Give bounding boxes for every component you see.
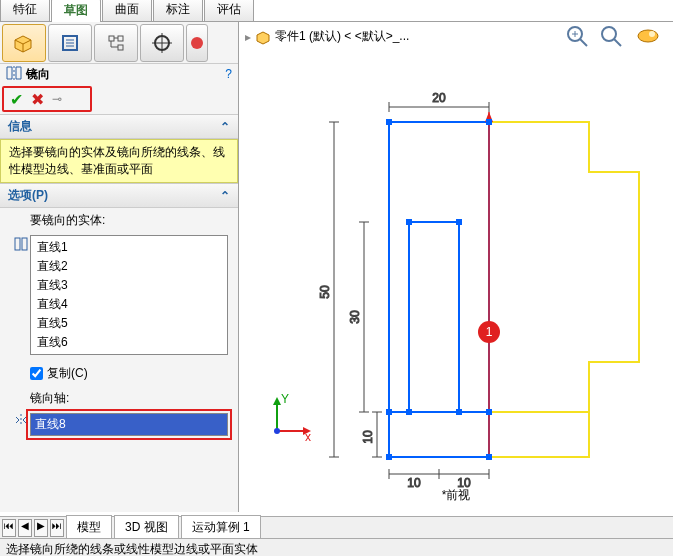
tab-model[interactable]: 模型 [66, 515, 112, 540]
svg-rect-28 [386, 409, 392, 415]
zoom-fit-icon[interactable] [565, 24, 589, 48]
zoom-area-icon[interactable] [599, 24, 623, 48]
list-item[interactable]: 直线3 [33, 276, 225, 295]
info-message: 选择要镜向的实体及镜向所绕的线条、线性模型边线、基准面或平面 [0, 139, 238, 183]
dim-h30: 30 [348, 310, 362, 324]
info-header[interactable]: 信息 ⌃ [0, 114, 238, 139]
feature-tree-btn[interactable] [2, 24, 46, 62]
tab-annotate[interactable]: 标注 [153, 0, 203, 21]
options-header[interactable]: 选项(P) ⌃ [0, 183, 238, 208]
axis-x: x [305, 430, 311, 443]
panel-title: 镜向 [22, 66, 225, 83]
svg-rect-27 [456, 219, 462, 225]
graphics-area[interactable]: ▸ 零件1 (默认) < <默认>_... 1 [239, 22, 673, 512]
copy-label: 复制(C) [47, 365, 88, 382]
triad: Y x [265, 393, 315, 446]
tab-next[interactable]: ▶ [34, 519, 48, 537]
axis-icon [14, 413, 28, 430]
status-bar: 选择镜向所绕的线条或线性模型边线或平面实体 [0, 538, 673, 556]
pin-button[interactable]: ⊸ [52, 92, 62, 106]
svg-rect-4 [109, 36, 114, 41]
entities-listbox[interactable]: 直线1直线2直线3直线4直线5直线6直线7 [30, 235, 228, 355]
list-item[interactable]: 直线7 [33, 352, 225, 355]
svg-marker-52 [273, 397, 281, 405]
config-btn[interactable] [48, 24, 92, 62]
svg-rect-31 [386, 454, 392, 460]
tab-evaluate[interactable]: 评估 [204, 0, 254, 21]
callout-number: 1 [486, 325, 493, 339]
tab-features[interactable]: 特征 [0, 0, 50, 21]
list-item[interactable]: 直线1 [33, 238, 225, 257]
svg-point-19 [638, 30, 658, 42]
more-btn[interactable] [186, 24, 208, 62]
view-toolbar [565, 24, 663, 48]
tab-prev[interactable]: ◀ [18, 519, 32, 537]
svg-rect-25 [486, 119, 492, 125]
svg-rect-12 [15, 238, 20, 250]
svg-rect-26 [406, 219, 412, 225]
list-item[interactable]: 直线2 [33, 257, 225, 276]
breadcrumb-text: 零件1 (默认) < <默认>_... [275, 28, 409, 45]
dim-h50: 50 [318, 285, 332, 299]
cancel-button[interactable]: ✖ [31, 90, 44, 109]
svg-point-20 [649, 31, 655, 37]
ok-button[interactable]: ✔ [10, 90, 23, 109]
tab-3dview[interactable]: 3D 视图 [114, 515, 179, 540]
expand-icon[interactable]: ▸ [245, 30, 251, 44]
svg-line-16 [580, 39, 587, 46]
svg-rect-6 [118, 45, 123, 50]
dim-w10a: 10 [407, 476, 421, 490]
property-panel: 镜向 ? ✔ ✖ ⊸ 信息 ⌃ 选择要镜向的实体及镜向所绕的线条、线性模型边线、… [0, 22, 239, 512]
dim-h10: 10 [361, 430, 375, 444]
breadcrumb[interactable]: ▸ 零件1 (默认) < <默认>_... [245, 28, 409, 45]
svg-line-18 [614, 39, 621, 46]
tab-sketch[interactable]: 草图 [51, 0, 101, 22]
view-name: *前视 [442, 487, 471, 504]
svg-rect-13 [22, 238, 27, 250]
info-header-label: 信息 [8, 118, 32, 135]
svg-rect-32 [486, 454, 492, 460]
svg-rect-5 [118, 36, 123, 41]
tab-first[interactable]: ⏮ [2, 519, 16, 537]
entities-icon [14, 237, 28, 254]
svg-point-17 [602, 27, 616, 41]
list-item[interactable]: 直线5 [33, 314, 225, 333]
tab-last[interactable]: ⏭ [50, 519, 64, 537]
dim-top: 20 [432, 91, 446, 105]
tab-surface[interactable]: 曲面 [102, 0, 152, 21]
axis-input[interactable]: 直线8 [30, 413, 228, 436]
confirm-row: ✔ ✖ ⊸ [2, 86, 92, 112]
ribbon-tabs: 特征 草图 曲面 标注 评估 [0, 0, 673, 22]
svg-point-10 [191, 37, 203, 49]
svg-rect-33 [406, 409, 412, 415]
tab-motion[interactable]: 运动算例 1 [181, 515, 261, 540]
list-item[interactable]: 直线6 [33, 333, 225, 352]
bottom-tabs: ⏮ ◀ ▶ ⏭ 模型 3D 视图 运动算例 1 [0, 516, 673, 538]
axis-y: Y [281, 393, 289, 406]
entities-label: 要镜向的实体: [0, 208, 238, 233]
svg-point-55 [274, 428, 280, 434]
help-icon[interactable]: ? [225, 67, 232, 81]
collapse-icon: ⌃ [220, 189, 230, 203]
copy-checkbox[interactable] [30, 367, 43, 380]
appearance-icon[interactable] [633, 24, 663, 48]
svg-rect-29 [456, 409, 462, 415]
svg-rect-24 [386, 119, 392, 125]
target-btn[interactable] [140, 24, 184, 62]
mirror-icon [6, 66, 22, 83]
axis-label: 镜向轴: [0, 386, 238, 411]
svg-rect-30 [486, 409, 492, 415]
part-icon [255, 29, 271, 45]
tree-btn[interactable] [94, 24, 138, 62]
collapse-icon: ⌃ [220, 120, 230, 134]
options-header-label: 选项(P) [8, 187, 48, 204]
sketch-view: 1 20 50 30 10 10 1 [259, 62, 659, 492]
list-item[interactable]: 直线4 [33, 295, 225, 314]
panel-toolbar [0, 22, 238, 64]
